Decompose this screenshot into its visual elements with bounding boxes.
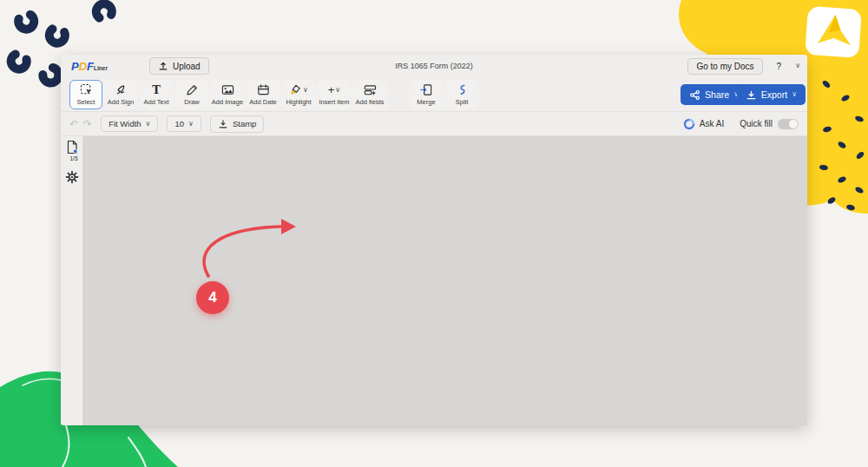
- highlighter-icon: [289, 83, 302, 96]
- merge-icon: [420, 83, 433, 97]
- help-button[interactable]: ?: [777, 62, 782, 71]
- brand-logo-badge: [803, 4, 865, 62]
- tool-split[interactable]: Split: [444, 80, 479, 109]
- plus-icon: +: [328, 83, 335, 96]
- highlight-chevron-down-icon: ∨: [303, 87, 308, 94]
- tool-add-text[interactable]: T Add Text: [139, 80, 174, 109]
- upload-button[interactable]: Upload: [149, 57, 209, 75]
- tool-select[interactable]: Select: [69, 80, 102, 109]
- navy-beans-decoration: [814, 74, 868, 213]
- split-icon: [456, 83, 469, 97]
- header-chevron-down-icon[interactable]: ∨: [795, 62, 800, 69]
- header-right: Go to my Docs ? ∨: [687, 58, 800, 75]
- stamp-button[interactable]: Stamp: [210, 115, 264, 133]
- tool-add-image[interactable]: Add Image: [210, 80, 245, 109]
- gear-icon: [65, 170, 79, 184]
- quick-fill-control: Quick fill: [740, 119, 799, 129]
- pen-nib-icon: [186, 83, 199, 97]
- fields-icon: [364, 83, 377, 97]
- export-chevron-down-icon: ∨: [792, 91, 797, 98]
- step-badge: 4: [196, 281, 229, 314]
- ask-ai-button[interactable]: Ask AI: [683, 118, 724, 130]
- upload-icon: [158, 61, 168, 71]
- toggle-knob: [789, 120, 798, 128]
- settings-button[interactable]: [65, 170, 82, 184]
- document-title: IRS 1065 Form (2022): [395, 62, 473, 70]
- export-icon: [746, 89, 757, 101]
- upload-label: Upload: [173, 62, 201, 71]
- undo-icon[interactable]: ↶: [69, 118, 78, 130]
- tool-insert-item[interactable]: +∨ Insert item: [317, 80, 352, 109]
- insert-chevron-down-icon: ∨: [335, 87, 340, 94]
- signature-pen-icon: [115, 83, 128, 97]
- page-icon: [65, 140, 79, 155]
- tool-highlight[interactable]: ∨ Highlight: [281, 80, 316, 109]
- fit-width-dropdown[interactable]: Fit Width ∨: [101, 115, 158, 132]
- app-window: PDFLiner Upload IRS 1065 Form (2022) Go …: [61, 55, 807, 425]
- page-thumbnail-button[interactable]: 1/5: [65, 140, 82, 161]
- app-header: PDFLiner Upload IRS 1065 Form (2022) Go …: [61, 55, 807, 77]
- select-cursor-icon: [80, 83, 93, 97]
- tool-add-sign[interactable]: Add Sign: [103, 80, 138, 109]
- secondary-toolbar: ↶ ↷ Fit Width ∨ 10 ∨ Stamp Ask AI Quic: [61, 112, 807, 136]
- tool-add-fields[interactable]: Add fields: [352, 80, 387, 109]
- calendar-icon: [257, 83, 270, 97]
- pdfliner-logo[interactable]: PDFLiner: [71, 60, 108, 73]
- share-icon: [689, 89, 700, 101]
- zoom-chevron-icon: ∨: [188, 121, 194, 128]
- annotation-arrow: [184, 215, 306, 288]
- text-icon: T: [152, 83, 161, 97]
- screenshot-stage: PDFLiner Upload IRS 1065 Form (2022) Go …: [0, 0, 868, 467]
- quick-fill-toggle[interactable]: [778, 119, 799, 129]
- main-toolbar: Select Add Sign T Add Text Draw Add Imag…: [61, 77, 807, 112]
- tool-merge[interactable]: Merge: [409, 80, 444, 109]
- left-sidebar: 1/5: [61, 136, 82, 425]
- page-indicator: 1/5: [65, 155, 82, 161]
- export-button[interactable]: Export ∨: [737, 84, 806, 105]
- stamp-icon: [218, 119, 228, 129]
- go-to-my-docs-button[interactable]: Go to my Docs: [687, 58, 762, 75]
- fit-width-chevron-icon: ∨: [146, 121, 151, 128]
- tool-add-date[interactable]: Add Date: [246, 80, 280, 109]
- tool-draw[interactable]: Draw: [174, 80, 209, 109]
- redo-icon[interactable]: ↷: [83, 118, 92, 130]
- ask-ai-icon: [683, 118, 695, 130]
- zoom-dropdown[interactable]: 10 ∨: [167, 115, 201, 132]
- image-icon: [221, 83, 234, 97]
